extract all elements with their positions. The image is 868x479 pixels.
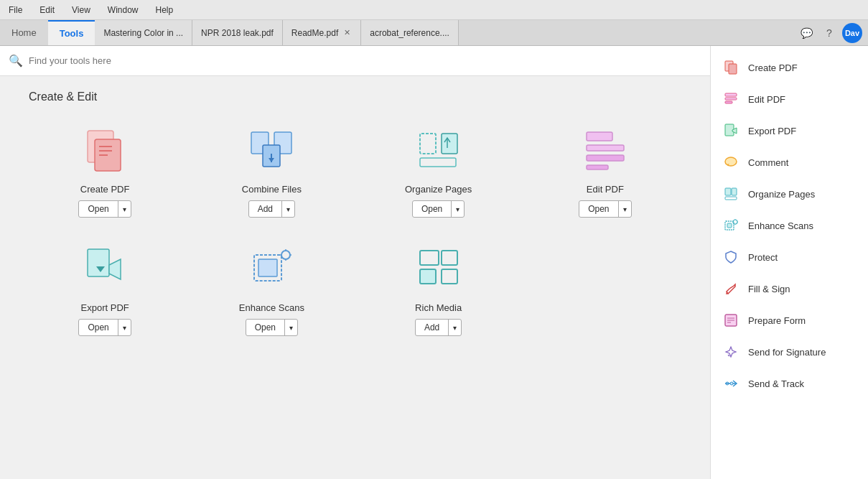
sidebar-item-organize-pages[interactable]: Organize Pages bbox=[711, 178, 868, 210]
tool-card-combine-files: Combine Files Add ▾ bbox=[195, 121, 347, 218]
create-pdf-sidebar-icon bbox=[722, 59, 739, 76]
tool-name-enhance-scans: Enhance Scans bbox=[239, 302, 304, 313]
tool-btn-group-enhance-scans: Open ▾ bbox=[246, 319, 298, 336]
svg-rect-32 bbox=[725, 98, 737, 100]
menu-edit[interactable]: Edit bbox=[37, 4, 57, 17]
tool-btn-arrow-edit-pdf[interactable]: ▾ bbox=[619, 203, 631, 216]
sidebar-item-prepare-form[interactable]: Prepare Form bbox=[711, 304, 868, 336]
combine-files-icon bbox=[243, 121, 300, 178]
organize-pages-sidebar-icon bbox=[722, 185, 739, 203]
sidebar-label-send-track: Send & Track bbox=[748, 378, 804, 389]
tool-card-create-pdf: Create PDF Open ▾ bbox=[29, 121, 181, 218]
tools-content: Create & Edit Create PDF bbox=[0, 76, 710, 479]
tool-card-export-pdf: Export PDF Open ▾ bbox=[29, 239, 181, 336]
tool-btn-arrow-enhance-scans[interactable]: ▾ bbox=[285, 321, 297, 335]
tool-btn-arrow-export-pdf[interactable]: ▾ bbox=[118, 321, 131, 335]
sidebar-item-enhance-scans[interactable]: Enhance Scans bbox=[711, 210, 868, 241]
tool-btn-group-organize-pages: Open ▾ bbox=[412, 200, 465, 218]
svg-point-20 bbox=[281, 251, 290, 259]
sidebar-item-export-pdf[interactable]: Export PDF bbox=[711, 115, 868, 147]
create-pdf-icon bbox=[76, 121, 134, 178]
menu-view[interactable]: View bbox=[69, 4, 93, 17]
svg-rect-27 bbox=[420, 269, 436, 284]
tool-btn-open-enhance-scans[interactable]: Open bbox=[246, 320, 285, 335]
sidebar-label-edit-pdf: Edit PDF bbox=[748, 94, 785, 105]
tool-name-edit-pdf: Edit PDF bbox=[587, 184, 624, 195]
tab-bar: Home Tools Mastering Color in ... NPR 20… bbox=[0, 20, 868, 46]
tab-home[interactable]: Home bbox=[0, 20, 48, 45]
search-input[interactable] bbox=[29, 55, 701, 66]
rich-media-icon bbox=[410, 239, 467, 297]
right-sidebar: Create PDF Edit PDF Export PDF bbox=[710, 46, 868, 479]
sidebar-label-enhance-scans: Enhance Scans bbox=[748, 220, 813, 231]
tab-doc-readme[interactable]: ReadMe.pdf ✕ bbox=[283, 20, 361, 45]
tab-close-readme[interactable]: ✕ bbox=[342, 28, 352, 37]
menu-bar: File Edit View Window Help bbox=[0, 0, 868, 20]
tool-btn-arrow-create-pdf[interactable]: ▾ bbox=[118, 203, 131, 216]
tool-btn-group-export-pdf: Open ▾ bbox=[78, 319, 131, 336]
tool-btn-open-export-pdf[interactable]: Open bbox=[79, 320, 118, 335]
sidebar-label-protect: Protect bbox=[748, 252, 778, 263]
tool-btn-group-rich-media: Add ▾ bbox=[415, 319, 462, 336]
svg-rect-10 bbox=[442, 134, 457, 154]
protect-sidebar-icon bbox=[722, 248, 739, 266]
tab-doc-npr[interactable]: NPR 2018 leak.pdf bbox=[192, 20, 283, 45]
tool-card-organize-pages: Organize Pages Open ▾ bbox=[363, 121, 515, 218]
help-icon[interactable]: ? bbox=[819, 23, 839, 43]
edit-pdf-sidebar-icon bbox=[722, 90, 739, 108]
tool-btn-add-rich-media[interactable]: Add bbox=[416, 320, 449, 335]
menu-window[interactable]: Window bbox=[105, 4, 141, 17]
user-avatar[interactable]: Dav bbox=[842, 23, 862, 43]
tool-btn-open-organize-pages[interactable]: Open bbox=[413, 201, 452, 217]
sidebar-item-edit-pdf[interactable]: Edit PDF bbox=[711, 83, 868, 115]
tab-actions: 💬 ? Dav bbox=[790, 20, 868, 45]
svg-rect-15 bbox=[587, 155, 624, 161]
svg-point-41 bbox=[733, 220, 737, 224]
menu-help[interactable]: Help bbox=[153, 4, 177, 17]
svg-rect-12 bbox=[420, 158, 456, 167]
tool-btn-open-edit-pdf[interactable]: Open bbox=[579, 201, 618, 217]
menu-file[interactable]: File bbox=[6, 4, 25, 17]
svg-rect-25 bbox=[420, 251, 439, 265]
sidebar-item-protect[interactable]: Protect bbox=[711, 241, 868, 273]
search-bar: 🔍 bbox=[0, 46, 710, 76]
svg-rect-30 bbox=[729, 64, 737, 74]
tool-btn-arrow-organize-pages[interactable]: ▾ bbox=[452, 203, 464, 216]
sidebar-item-comment[interactable]: Comment bbox=[711, 147, 868, 178]
tool-btn-add-combine-files[interactable]: Add bbox=[249, 201, 282, 217]
send-signature-sidebar-icon bbox=[722, 343, 739, 361]
sidebar-item-create-pdf[interactable]: Create PDF bbox=[711, 52, 868, 83]
tool-name-create-pdf: Create PDF bbox=[80, 184, 130, 195]
tool-btn-group-combine-files: Add ▾ bbox=[248, 200, 295, 218]
svg-rect-31 bbox=[725, 93, 737, 96]
svg-rect-38 bbox=[725, 197, 737, 200]
fill-sign-sidebar-icon bbox=[722, 280, 739, 297]
svg-point-52 bbox=[730, 382, 733, 385]
prepare-form-sidebar-icon bbox=[722, 312, 739, 329]
sidebar-item-fill-sign[interactable]: Fill & Sign bbox=[711, 273, 868, 304]
tab-doc-acrobat[interactable]: acrobat_reference.... bbox=[361, 20, 459, 45]
tool-btn-arrow-rich-media[interactable]: ▾ bbox=[449, 321, 461, 335]
tool-card-edit-pdf: Edit PDF Open ▾ bbox=[529, 121, 681, 218]
sidebar-label-comment: Comment bbox=[748, 157, 788, 168]
sidebar-item-send-track[interactable]: Send & Track bbox=[711, 368, 868, 399]
sidebar-label-prepare-form: Prepare Form bbox=[748, 315, 806, 326]
sidebar-item-send-signature[interactable]: Send for Signature bbox=[711, 336, 868, 368]
chat-icon[interactable]: 💬 bbox=[796, 23, 816, 43]
tool-card-rich-media: Rich Media Add ▾ bbox=[363, 239, 515, 336]
svg-rect-13 bbox=[587, 132, 612, 141]
svg-rect-37 bbox=[732, 188, 737, 195]
tool-btn-open-create-pdf[interactable]: Open bbox=[79, 201, 118, 217]
tool-btn-arrow-combine-files[interactable]: ▾ bbox=[282, 203, 294, 216]
svg-rect-16 bbox=[587, 165, 608, 169]
sidebar-label-fill-sign: Fill & Sign bbox=[748, 284, 790, 294]
export-pdf-sidebar-icon bbox=[722, 122, 739, 139]
tools-grid-row2: Export PDF Open ▾ bbox=[29, 239, 681, 336]
tool-name-combine-files: Combine Files bbox=[242, 184, 302, 195]
tool-card-empty bbox=[529, 239, 681, 336]
tab-doc-mastering[interactable]: Mastering Color in ... bbox=[95, 20, 192, 45]
enhance-scans-icon-card bbox=[243, 239, 300, 297]
export-pdf-icon-card bbox=[76, 239, 134, 297]
tab-tools[interactable]: Tools bbox=[48, 20, 95, 45]
svg-rect-33 bbox=[725, 101, 732, 103]
